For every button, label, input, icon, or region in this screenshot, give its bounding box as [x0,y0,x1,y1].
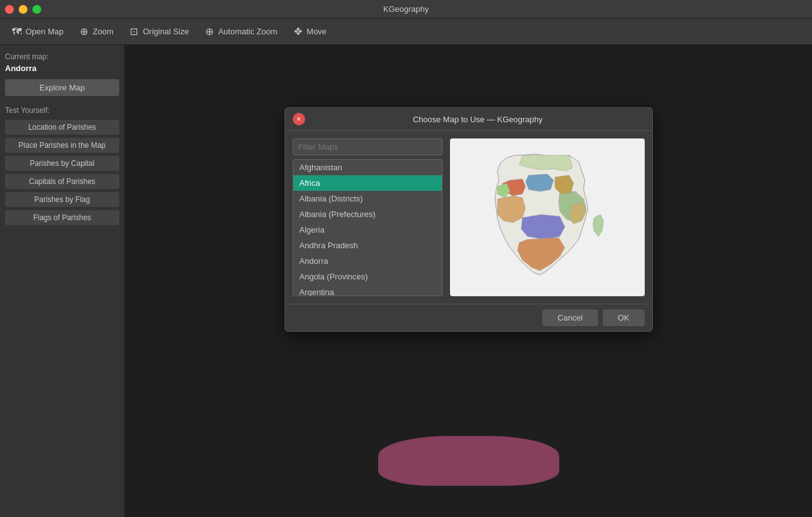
map-list-item[interactable]: Angola (Provinces) [293,269,442,284]
map-list-item[interactable]: Africa [293,175,442,191]
zoom-button[interactable]: ⊕ Zoom [72,23,120,41]
modal-title: Choose Map to Use — KGeography [311,115,645,124]
main-layout: Current map: Andorra Explore Map Test Yo… [0,45,812,517]
sidebar: Current map: Andorra Explore Map Test Yo… [0,45,125,517]
automatic-zoom-label: Automatic Zoom [218,27,278,36]
map-list-item[interactable]: Afghanistan [293,160,442,175]
map-list-item[interactable]: Albania (Prefectures) [293,206,442,222]
modal-header: × Choose Map to Use — KGeography [285,108,652,131]
map-list-item[interactable]: Albania (Districts) [293,191,442,206]
cancel-button[interactable]: Cancel [542,309,597,326]
parishes-by-flag-button[interactable]: Parishes by Flag [5,192,119,207]
move-icon: ✥ [292,26,303,37]
open-map-icon: 🗺 [11,26,22,37]
modal-overlay: × Choose Map to Use — KGeography Afghani… [125,45,812,517]
flags-of-parishes-button[interactable]: Flags of Parishes [5,210,119,225]
modal-close-button[interactable]: × [293,113,305,125]
place-parishes-button[interactable]: Place Parishes in the Map [5,138,119,153]
ok-button[interactable]: OK [603,309,645,326]
parishes-by-capital-button[interactable]: Parishes by Capital [5,156,119,171]
africa-map-svg [472,149,622,286]
explore-map-button[interactable]: Explore Map [5,79,119,96]
test-yourself-label: Test Yourself: [5,106,119,115]
automatic-zoom-button[interactable]: ⊕ Automatic Zoom [198,23,284,41]
map-list-item[interactable]: Andorra [293,253,442,269]
current-map-label: Current map: [5,52,119,61]
toolbar: 🗺 Open Map ⊕ Zoom ⊡ Original Size ⊕ Auto… [0,19,812,45]
window-controls [5,5,41,14]
automatic-zoom-icon: ⊕ [204,26,215,37]
capitals-of-parishes-button[interactable]: Capitals of Parishes [5,174,119,189]
minimize-button[interactable] [19,5,27,14]
map-list-item[interactable]: Andhra Pradesh [293,238,442,253]
choose-map-dialog: × Choose Map to Use — KGeography Afghani… [285,107,653,332]
map-list-item[interactable]: Argentina [293,284,442,296]
original-size-label: Original Size [143,27,189,36]
zoom-label: Zoom [93,27,114,36]
modal-footer: Cancel OK [285,304,652,331]
zoom-icon: ⊕ [79,26,90,37]
original-size-icon: ⊡ [129,26,140,37]
open-map-label: Open Map [26,27,64,36]
close-button[interactable] [5,5,14,14]
map-list-item[interactable]: Algeria [293,222,442,238]
original-size-button[interactable]: ⊡ Original Size [122,23,195,41]
app-title: KGeography [383,4,429,14]
map-area: × Choose Map to Use — KGeography Afghani… [125,45,812,517]
title-bar: KGeography [0,0,812,19]
maximize-button[interactable] [32,5,41,14]
move-label: Move [306,27,326,36]
map-preview [450,138,645,296]
location-of-parishes-button[interactable]: Location of Parishes [5,120,119,135]
map-list[interactable]: AfghanistanAfricaAlbania (Districts)Alba… [293,159,443,296]
move-button[interactable]: ✥ Move [286,23,333,41]
modal-body: AfghanistanAfricaAlbania (Districts)Alba… [285,131,652,304]
current-map-value: Andorra [5,64,119,73]
open-map-button[interactable]: 🗺 Open Map [5,23,70,41]
map-list-container: AfghanistanAfricaAlbania (Districts)Alba… [293,138,443,296]
filter-maps-input[interactable] [293,138,443,155]
